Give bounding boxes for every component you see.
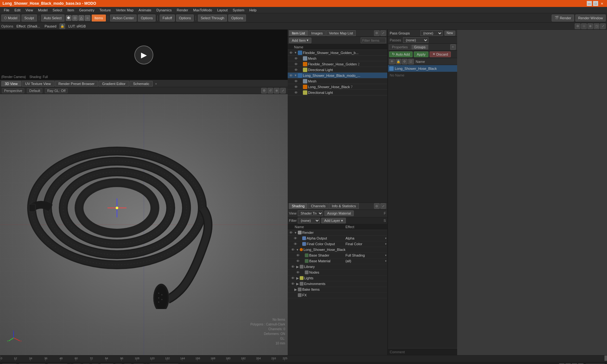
menu-texture[interactable]: Texture	[97, 8, 113, 13]
options-3-button[interactable]: Options	[228, 15, 246, 21]
check-icon[interactable]: ☑	[408, 59, 414, 64]
menu-maxtomodo[interactable]: MaxToModo	[191, 8, 215, 13]
vis-icon[interactable]: 👁	[389, 59, 395, 64]
expand-icon[interactable]: ▶	[293, 288, 298, 292]
visibility-icon[interactable]: 👁	[293, 56, 298, 61]
tab-info-statistics[interactable]: Info & Statistics	[329, 203, 359, 209]
model-button[interactable]: ⬡ Model	[1, 15, 20, 21]
visibility-icon[interactable]: 👁	[290, 276, 295, 280]
menu-animate[interactable]: Animate	[136, 8, 154, 13]
apply-button[interactable]: Apply	[414, 52, 428, 57]
tab-uv-texture[interactable]: UV Texture View	[22, 81, 54, 87]
menu-dynamics[interactable]: Dynamics	[154, 8, 174, 13]
dropdown-arrow[interactable]: ▾	[385, 237, 387, 240]
view-icon-5[interactable]: ⤢	[600, 23, 606, 29]
menu-model[interactable]: Model	[35, 8, 50, 13]
visibility-icon[interactable]: 👁	[293, 84, 298, 89]
shader-tree-item[interactable]: 👁 Base Shader Full Shading ▾	[288, 253, 387, 258]
visibility-icon[interactable]: 👁	[293, 90, 298, 95]
mode-icon-3[interactable]: △	[78, 15, 84, 21]
list-item[interactable]: 👁 Mesh	[288, 56, 387, 61]
add-item-button[interactable]: Add Item ▾	[289, 38, 311, 43]
settings-icon[interactable]: ⚙	[402, 59, 408, 64]
menu-select[interactable]: Select	[50, 8, 65, 13]
tab-3d-view[interactable]: 3D View	[1, 81, 21, 87]
falloff-button[interactable]: Falloff	[160, 15, 175, 21]
vp-reset-icon[interactable]: ↺	[267, 88, 273, 94]
view-icon-4[interactable]: ◳	[594, 23, 599, 29]
filter-select[interactable]: (none)	[298, 218, 320, 223]
tab-shading[interactable]: Shading	[289, 203, 307, 209]
expand-icon[interactable]: ▾	[293, 231, 298, 235]
viewport-3d[interactable]: No Items Polygons : Catmull-Clark Channe…	[0, 94, 288, 355]
mode-icon-1[interactable]: ⬟	[66, 15, 71, 21]
visibility-icon[interactable]: 👁	[290, 282, 295, 286]
list-item[interactable]: 👁 Long_Shower_Hose_Black 7	[288, 84, 387, 90]
view-icon-2[interactable]: ⊹	[581, 23, 587, 29]
menu-item[interactable]: Item	[65, 8, 77, 13]
list-item[interactable]: 👁 ▾ Flexible_Shower_Hose_Golden_b...	[288, 50, 387, 56]
raygl-label[interactable]: Ray GL: Off	[45, 88, 68, 93]
il-settings-icon[interactable]: ⚙	[374, 30, 380, 36]
menu-file[interactable]: File	[1, 8, 12, 13]
shader-tree-item[interactable]: 👁 ▶ Lights	[288, 276, 387, 281]
expand-icon[interactable]: ▶	[295, 265, 300, 269]
pass-groups-select[interactable]: (none)	[420, 30, 443, 36]
assign-material-button[interactable]: Assign Material	[324, 210, 354, 216]
shader-tree-item[interactable]: 👁 Final Color Output Final Color ▾	[288, 241, 387, 247]
add-group-button[interactable]: +	[450, 44, 456, 50]
tab-properties[interactable]: Properties	[389, 45, 411, 50]
dropdown-arrow[interactable]: ▾	[385, 254, 387, 257]
discard-button[interactable]: ✕ Discard	[430, 52, 451, 57]
shader-tree-item[interactable]: 👁 Nodes	[288, 270, 387, 276]
mode-icon-2[interactable]: ◇	[72, 15, 78, 21]
default-label[interactable]: Default	[27, 88, 42, 93]
visibility-icon[interactable]: 👁	[293, 67, 298, 72]
dropdown-arrow[interactable]: ▾	[385, 259, 387, 263]
auto-add-button[interactable]: ↻ New Group Auto Add	[389, 52, 413, 57]
options-2-button[interactable]: Options	[176, 15, 194, 21]
add-layer-button[interactable]: Add Layer ▾	[321, 218, 346, 223]
tab-schematic[interactable]: Schematic	[130, 81, 153, 87]
shader-tree-item[interactable]: 👁 ▾ Render	[288, 230, 387, 236]
shader-tree-item[interactable]: 👁 ▾ Long_Shower_Hose_Black	[288, 247, 387, 253]
menu-view[interactable]: View	[23, 8, 36, 13]
visibility-icon[interactable]: 👁	[295, 259, 300, 263]
menu-layout[interactable]: Layout	[215, 8, 230, 13]
visibility-icon[interactable]: 👁	[293, 79, 298, 84]
visibility-icon[interactable]: 👁	[293, 236, 298, 240]
view-icon-3[interactable]: ⊕	[587, 23, 593, 29]
items-button[interactable]: Items	[92, 15, 106, 21]
close-button[interactable]: ✕	[599, 1, 604, 6]
shading-settings-icon[interactable]: ⚙	[374, 203, 380, 209]
options-1-button[interactable]: Options	[138, 15, 156, 21]
shader-tree-item[interactable]: ▶ Bake Items	[288, 287, 387, 293]
menu-render[interactable]: Render	[174, 8, 191, 13]
lock-icon[interactable]: 🔒	[395, 59, 401, 64]
list-item[interactable]: 👁 Directional Light	[288, 67, 387, 73]
list-item[interactable]: 👁 ▾ Long_Shower_Hose_Black_modo_...	[288, 73, 387, 78]
visibility-icon[interactable]: 👁	[288, 73, 293, 78]
view-icon-1[interactable]: ⚙	[575, 23, 580, 29]
shader-tree-item[interactable]: 👁 Base Material (all) ▾	[288, 258, 387, 264]
menu-help[interactable]: Help	[247, 8, 259, 13]
list-item[interactable]: 👁 Directional Light	[288, 90, 387, 95]
visibility-icon[interactable]: 👁	[288, 50, 293, 55]
tab-item-list[interactable]: Item List	[289, 30, 308, 36]
shader-tree-item[interactable]: FX	[288, 293, 387, 298]
visibility-icon[interactable]: 👁	[293, 242, 298, 246]
shader-tree-item[interactable]: 👁 Alpha Output Alpha ▾	[288, 236, 387, 241]
mode-icon-4[interactable]: ○	[85, 15, 90, 21]
tab-channels[interactable]: Channels	[308, 203, 328, 209]
menu-geometry[interactable]: Geometry	[77, 8, 97, 13]
list-item[interactable]: 👁 Flexible_Shower_Hose_Golden 2	[288, 61, 387, 67]
visibility-icon[interactable]: 👁	[288, 231, 293, 234]
tab-gradient-editor[interactable]: Gradient Editor	[99, 81, 129, 87]
tab-images[interactable]: Images	[309, 30, 326, 36]
menu-vertexmap[interactable]: Vertex Map	[113, 8, 136, 13]
lock-icon[interactable]: 🔒	[59, 23, 65, 29]
render-button[interactable]: 🎬 Render	[552, 15, 574, 21]
group-item[interactable]: Long_Shower_Hose_Black	[388, 65, 457, 72]
play-button[interactable]: ▶	[134, 46, 153, 64]
tab-vertex-map-list[interactable]: Vertex Map List	[326, 30, 356, 36]
